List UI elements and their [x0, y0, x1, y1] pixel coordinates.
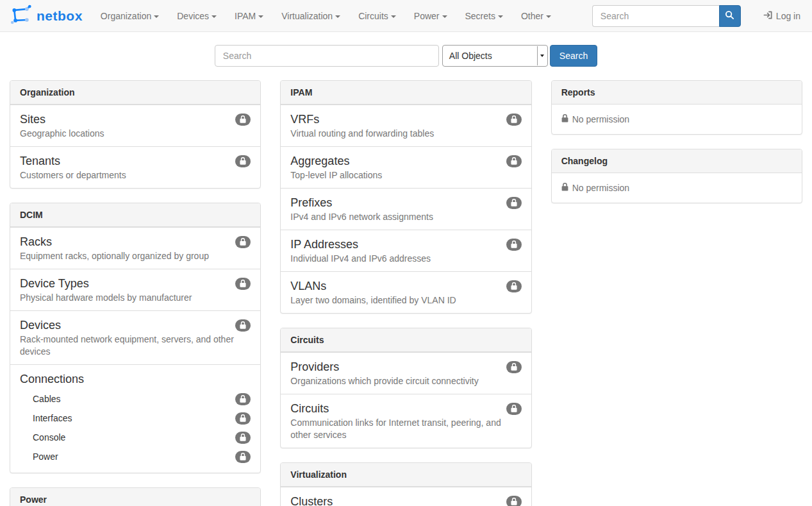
list-item-clusters[interactable]: Clusters	[281, 487, 531, 506]
item-description: Top-level IP allocations	[290, 169, 521, 181]
dashboard-grid: Organization Sites Geographic locations …	[0, 80, 812, 506]
sub-item-console[interactable]: Console	[33, 428, 251, 447]
panel-virtualization: Virtualization Clusters	[280, 462, 531, 506]
column-left: Organization Sites Geographic locations …	[10, 80, 261, 506]
lock-icon	[235, 278, 251, 290]
sub-item-label: Power	[33, 451, 58, 462]
navbar-search-input[interactable]	[592, 5, 719, 27]
nav-organization[interactable]: Organization	[92, 1, 168, 31]
lock-icon	[235, 155, 251, 167]
item-description: IPv4 and IPv6 network assignments	[290, 211, 521, 223]
panel-title: Circuits	[281, 328, 531, 352]
panel-title: Reports	[552, 81, 802, 105]
search-submit-button[interactable]: Search	[550, 45, 597, 67]
sub-item-label: Console	[33, 432, 65, 443]
list-item-devices[interactable]: Devices Rack-mounted network equipment, …	[10, 310, 260, 364]
sub-item-label: Cables	[33, 394, 61, 404]
object-type-select[interactable]: All Objects	[442, 45, 548, 67]
item-title: Sites	[20, 112, 46, 127]
chevron-down-icon	[498, 15, 503, 18]
no-permission-row: No permission	[552, 173, 802, 203]
navbar-search-form	[592, 5, 741, 27]
panel-title: Organization	[10, 81, 260, 105]
panel-title: DCIM	[10, 203, 260, 227]
nav-ipam[interactable]: IPAM	[226, 1, 272, 31]
global-search-bar: All Objects Search	[0, 45, 812, 67]
netbox-brand-link[interactable]: netbox	[10, 4, 83, 28]
item-description: Virtual routing and forwarding tables	[290, 128, 521, 140]
sub-item-cables[interactable]: Cables	[33, 389, 251, 409]
sub-item-power[interactable]: Power	[33, 447, 251, 466]
item-title: Devices	[20, 317, 61, 333]
netbox-logo-icon	[10, 4, 33, 28]
list-item-ip-addresses[interactable]: IP Addresses Individual IPv4 and IPv6 ad…	[281, 230, 531, 271]
list-item-aggregates[interactable]: Aggregates Top-level IP allocations	[281, 146, 531, 188]
brand-title: netbox	[37, 8, 83, 24]
list-item-connections: Connections Cables Interfaces Console	[10, 364, 260, 473]
list-item-vlans[interactable]: VLANs Layer two domains, identified by V…	[281, 271, 531, 313]
item-description: Customers or departments	[20, 169, 251, 181]
item-title: Aggregates	[290, 153, 349, 169]
nav-other[interactable]: Other	[512, 1, 560, 31]
list-item-tenants[interactable]: Tenants Customers or departments	[10, 146, 260, 188]
nav-virtualization[interactable]: Virtualization	[272, 1, 349, 31]
no-permission-row: No permission	[552, 105, 802, 134]
item-description: Geographic locations	[20, 128, 251, 140]
chevron-down-icon	[546, 15, 551, 18]
no-permission-label: No permission	[572, 114, 629, 124]
list-item-sites[interactable]: Sites Geographic locations	[10, 105, 260, 146]
navbar-search-button[interactable]	[719, 5, 741, 27]
chevron-down-icon	[154, 15, 159, 18]
list-item-circuits[interactable]: Circuits Communication links for Interne…	[281, 394, 531, 448]
panel-title: IPAM	[281, 81, 531, 105]
chevron-down-icon	[335, 15, 340, 18]
object-type-selected: All Objects	[449, 51, 492, 61]
lock-icon	[561, 183, 568, 193]
nav-secrets[interactable]: Secrets	[456, 1, 512, 31]
lock-icon	[506, 496, 522, 506]
lock-icon	[235, 319, 251, 332]
list-item-providers[interactable]: Providers Organizations which provide ci…	[281, 352, 531, 394]
chevron-down-icon	[540, 55, 544, 57]
lock-icon	[561, 114, 568, 124]
item-title: Tenants	[20, 153, 60, 169]
login-label: Log in	[776, 11, 800, 21]
list-item-prefixes[interactable]: Prefixes IPv4 and IPv6 network assignmen…	[281, 188, 531, 230]
column-right: Reports No permission Changelog No permi…	[551, 80, 802, 217]
chevron-down-icon	[258, 15, 263, 18]
login-link[interactable]: Log in	[761, 10, 802, 22]
item-title: Clusters	[290, 494, 333, 506]
chevron-down-icon	[211, 15, 217, 18]
nav-devices[interactable]: Devices	[168, 1, 226, 31]
lock-icon	[235, 412, 251, 425]
item-description: Rack-mounted network equipment, servers,…	[20, 333, 251, 358]
item-title: Circuits	[290, 401, 329, 416]
nav-power[interactable]: Power	[405, 1, 456, 31]
panel-power: Power	[10, 487, 261, 506]
lock-icon	[235, 236, 251, 248]
list-item-device-types[interactable]: Device Types Physical hardware models by…	[10, 269, 260, 310]
item-title: Prefixes	[290, 195, 332, 210]
sub-item-interfaces[interactable]: Interfaces	[33, 409, 251, 428]
lock-icon	[235, 393, 251, 405]
item-description: Layer two domains, identified by VLAN ID	[290, 294, 521, 307]
chevron-down-icon	[391, 15, 396, 18]
item-description: Organizations which provide circuit conn…	[290, 375, 521, 387]
panel-circuits: Circuits Providers Organizations which p…	[280, 328, 531, 448]
panel-dcim: DCIM Racks Equipment racks, optionally o…	[10, 203, 261, 473]
item-description: Communication links for Internet transit…	[290, 417, 521, 441]
list-item-racks[interactable]: Racks Equipment racks, optionally organi…	[10, 227, 260, 269]
top-navbar: netbox Organization Devices IPAM Virtual…	[0, 0, 812, 32]
chevron-down-icon	[442, 15, 447, 18]
panel-title: Power	[10, 488, 260, 506]
lock-icon	[235, 432, 251, 444]
search-input[interactable]	[215, 45, 439, 67]
nav-circuits[interactable]: Circuits	[349, 1, 405, 31]
sign-in-icon	[763, 10, 773, 22]
list-item-vrfs[interactable]: VRFs Virtual routing and forwarding tabl…	[281, 105, 531, 146]
panel-ipam: IPAM VRFs Virtual routing and forwarding…	[280, 80, 531, 314]
panel-title: Changelog	[552, 149, 802, 173]
lock-icon	[506, 155, 522, 167]
item-description: Physical hardware models by manufacturer	[20, 292, 251, 304]
select-dropdown-strip	[537, 46, 547, 65]
